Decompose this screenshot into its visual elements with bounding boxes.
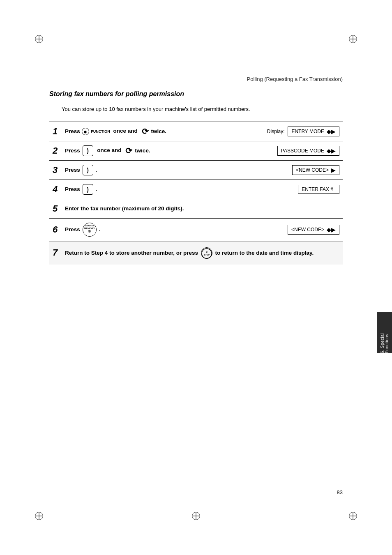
function-button-icon: ⬤ [82,128,89,135]
step-row-4: 4 Press ) . ENTER FAX # [49,180,343,199]
step5-text: Enter the fax number (maximum of 20 digi… [65,205,184,212]
step4-press: Press [65,186,80,192]
step1-once-and: once and [113,128,138,134]
step-content-1: Press ⬤ FUNCTION once and ⟳ twice. [62,122,224,141]
display-text-2: PASSCODE MODE [281,148,324,154]
stop-button-icon: ⊘ STOP [201,247,212,259]
step-row-1: 1 Press ⬤ FUNCTION once and ⟳ twice. Dis… [49,122,343,141]
display-text-1: ENTRY MODE [291,129,324,134]
display-box-6: <NEW CODE> ◆▶ [288,225,339,235]
start-memory-button-icon: START/MEMORY ① [83,223,97,237]
step-row-2: 2 Press ) once and ⟳ twice. PASSCODE MOD… [49,141,343,160]
step-content-6: Press START/MEMORY ① . [62,218,224,241]
menu-nav-icon-4: ) [83,184,93,195]
reg-circle-bottom-center [192,512,200,520]
step-number-1: 1 [49,122,62,141]
step-content-4: Press ) . [62,180,224,199]
step2-display-cell: PASSCODE MODE ◆▶ [224,141,343,160]
reg-circle-tr [349,35,357,43]
step-content-7: Return to Step 4 to store another number… [62,241,343,265]
step7-text: Return to Step 4 to store another number… [65,249,198,256]
display-box-2: PASSCODE MODE ◆▶ [277,146,339,156]
scroll-up-icon-2: ⟳ [125,146,132,156]
side-tab-text: 6. Special Functions [380,312,389,353]
step6-dot: . [99,226,100,232]
step-content-5: Enter the fax number (maximum of 20 digi… [62,199,343,218]
step1-twice: twice. [151,128,166,134]
display-arrow-2: ◆▶ [327,147,336,154]
display-box-3: <NEW CODE> ▶ [292,165,339,175]
step6-display-cell: <NEW CODE> ◆▶ [224,218,343,241]
display-arrow-3: ▶ [331,167,336,173]
scroll-up-icon: ⟳ [142,127,149,136]
step-number-3: 3 [49,160,62,180]
menu-nav-icon-3: ) [83,165,93,175]
display-box-4: ENTER FAX # [298,185,339,194]
step4-display-cell: ENTER FAX # [224,180,343,199]
display-arrow-1: ◆▶ [327,128,336,135]
step3-dot: . [95,166,97,173]
side-tab: 6. Special Functions [377,312,392,353]
step-number-5: 5 [49,199,62,218]
section-title: Storing fax numbers for polling permissi… [49,90,343,98]
step2-once-and: once and [97,147,121,153]
step7-suffix: to return to the date and time display. [215,249,314,256]
steps-table: 1 Press ⬤ FUNCTION once and ⟳ twice. Dis… [49,122,343,241]
step1-press: Press [65,128,80,134]
display-label-1: Display: [267,129,285,134]
step6-press: Press [65,226,80,232]
step-content-3: Press ) . [62,160,224,180]
step-row-6: 6 Press START/MEMORY ① . <NEW CODE> ◆▶ [49,218,343,241]
function-label: FUNCTION [91,129,110,134]
display-text-3: <NEW CODE> [296,167,329,173]
svg-text:STOP: STOP [204,253,210,256]
display-arrow-6: ◆▶ [327,226,336,233]
display-text-6: <NEW CODE> [291,227,324,233]
display-text-4: ENTER FAX # [302,187,333,192]
main-content: Storing fax numbers for polling permissi… [49,90,343,265]
step-content-2: Press ) once and ⟳ twice. [62,141,224,160]
step-row-3: 3 Press ) . <NEW CODE> ▶ [49,160,343,180]
step3-display-cell: <NEW CODE> ▶ [224,160,343,180]
step3-press: Press [65,166,80,173]
step-number-2: 2 [49,141,62,160]
step2-twice: twice. [135,147,150,153]
step2-press: Press [65,147,80,153]
page-number: 83 [337,489,343,495]
step-number-7: 7 [49,241,62,265]
step-number-4: 4 [49,180,62,199]
step-row-5: 5 Enter the fax number (maximum of 20 di… [49,199,343,218]
step-row-7: 7 Return to Step 4 to store another numb… [49,241,343,265]
step7-table: 7 Return to Step 4 to store another numb… [49,241,343,265]
page-header: Polling (Requesting a Fax Transmission) [247,76,343,82]
svg-text:⊘: ⊘ [206,251,208,253]
step-number-6: 6 [49,218,62,241]
reg-circle-tl [35,35,43,43]
step1-display-cell: Display: ENTRY MODE ◆▶ [224,122,343,141]
intro-text: You can store up to 10 fax numbers in yo… [62,105,343,113]
reg-circle-br [349,512,357,520]
reg-circle-bl [35,512,43,520]
display-box-1: ENTRY MODE ◆▶ [288,127,339,136]
menu-nav-icon-2: ) [83,145,93,156]
step4-dot: . [95,186,97,192]
